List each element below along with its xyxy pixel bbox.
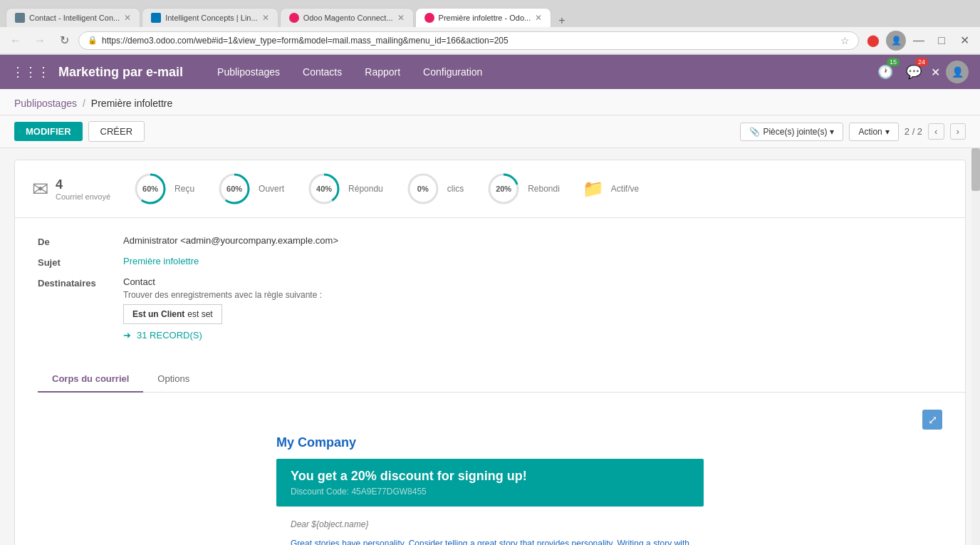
minimize-button[interactable]: — [909,31,929,51]
content-area: ✉ 4 Courriel envoyé 60% [0,148,980,545]
grid-icon[interactable]: ⋮⋮⋮ [11,64,50,80]
clics-label: clics [447,184,464,194]
tab-options[interactable]: Options [143,366,204,393]
main-content: ✉ 4 Courriel envoyé 60% [14,160,966,545]
form-row-sujet: Sujet Première infolettre [38,256,942,268]
repondu-label: Répondu [348,184,383,194]
preview-greeting: Dear ${object.name} [291,518,689,531]
preview-paragraph1: Great stories have personality. Consider… [291,537,689,545]
user-avatar[interactable]: 👤 [946,61,969,83]
tab-corps-courriel[interactable]: Corps du courriel [38,366,143,393]
archive-icon: 📁 [583,179,604,199]
preview-banner: You get a 20% discount for signing up! D… [276,459,704,507]
tab-title-1: Contact - Intelligent Con... [29,14,120,22]
pieces-jointes-button[interactable]: 📎 Pièce(s) jointe(s) ▾ [740,123,843,141]
destinataires-content: Contact Trouver des enregistrements avec… [123,276,942,341]
form-row-destinataires: Destinataires Contact Trouver des enregi… [38,276,942,341]
recu-percent: 60% [142,185,158,193]
arrow-icon: ➜ [123,330,131,341]
nav-contacts[interactable]: Contacts [291,55,353,89]
stat-recu: 60% Reçu [133,172,194,206]
address-bar[interactable]: 🔒 https://demo3.odoo.com/web#id=1&view_t… [78,31,859,50]
modifier-button[interactable]: MODIFIER [14,122,83,141]
nav-publipostages[interactable]: Publipostages [206,55,291,89]
browser-tab-3[interactable]: Odoo Magento Connect... ✕ [280,8,414,27]
tab-favicon-4 [424,13,434,23]
nav-rapport[interactable]: Rapport [353,55,412,89]
preview-company: My Company [276,435,704,450]
nav-configuration[interactable]: Configuration [412,55,494,89]
tab-close-2[interactable]: ✕ [262,13,269,23]
nav-icons: 🕐 15 💬 24 ✕ 👤 [874,61,969,83]
browser-actions: ⬤ 👤 — □ ✕ [863,31,974,51]
scrollbar[interactable] [971,148,980,545]
tabs-bar: Corps du courriel Options [38,366,965,393]
expand-button[interactable]: ⤢ [922,410,942,430]
action-chevron-icon: ▾ [885,127,890,137]
notifications-icon-badge[interactable]: 💬 24 [902,61,925,83]
ouvert-percent: 60% [226,185,242,193]
pieces-jointes-label: Pièce(s) jointe(s) [763,127,827,137]
records-count: 31 RECORD(S) [137,330,202,341]
rebondi-percent: 20% [496,185,511,193]
rule-bold-text: Est un Client [132,309,184,319]
tab-close-3[interactable]: ✕ [397,13,405,23]
toolbar-right: 2 / 2 ‹ › [905,123,966,140]
breadcrumb-section: Publipostages / Première infolettre [0,89,980,115]
tab-close-4[interactable]: ✕ [535,13,542,23]
sujet-label: Sujet [38,256,123,268]
action-button[interactable]: Action ▾ [849,123,898,141]
browser-chrome: Contact - Intelligent Con... ✕ Intellige… [0,0,980,55]
stat-rebondi: 20% Rebondi [486,172,560,206]
breadcrumb-parent[interactable]: Publipostages [14,98,77,109]
email-preview: ⤢ My Company You get a 20% discount for … [15,393,965,545]
browser-tab-2[interactable]: Intelligent Concepts | Lin... ✕ [142,8,278,27]
tab-close-1[interactable]: ✕ [124,13,131,23]
tab-title-3: Odoo Magento Connect... [303,14,393,22]
courriel-count: 4 [56,177,110,192]
pager-text: 2 / 2 [905,126,922,137]
back-button[interactable]: ← [6,31,26,51]
de-value: Administrator <admin@yourcompany.example… [123,235,942,246]
courriel-info: 4 Courriel envoyé [56,177,110,201]
rule-suffix-text: est set [187,309,212,319]
pager-prev-button[interactable]: ‹ [928,123,944,140]
new-tab-button[interactable]: + [553,14,570,27]
stat-actif: 📁 Actif/ve [583,179,639,199]
browser-tabs: Contact - Intelligent Con... ✕ Intellige… [0,0,980,27]
odoo-extension-button[interactable]: ⬤ [863,31,883,51]
ouvert-circle: 60% [217,172,251,206]
creer-button[interactable]: CRÉER [88,121,145,142]
stat-clics: 0% clics [406,172,464,206]
scrollbar-thumb[interactable] [971,148,980,191]
preview-body: Dear ${object.name} Great stories have p… [276,507,704,545]
pager-next-button[interactable]: › [950,123,966,140]
email-stat-icon-group: ✉ [32,177,48,201]
browser-tab-1[interactable]: Contact - Intelligent Con... ✕ [6,8,140,27]
de-label: De [38,235,123,247]
browser-controls: ← → ↻ 🔒 https://demo3.odoo.com/web#id=1&… [0,27,980,54]
trouver-text: Trouver des enregistrements avec la règl… [123,290,942,300]
stat-ouvert: 60% Ouvert [217,172,284,206]
nav-menu: Publipostages Contacts Rapport Configura… [206,55,494,89]
messages-icon-badge[interactable]: 🕐 15 [874,61,897,83]
close-browser-button[interactable]: ✕ [954,31,974,51]
top-nav: ⋮⋮⋮ Marketing par e-mail Publipostages C… [0,55,980,89]
records-link[interactable]: ➜ 31 RECORD(S) [123,330,942,341]
repondu-percent: 40% [316,185,332,193]
nav-x-icon[interactable]: ✕ [931,66,940,79]
refresh-button[interactable]: ↻ [54,31,74,51]
action-label: Action [858,127,882,137]
profile-button[interactable]: 👤 [886,31,906,51]
stat-repondu: 40% Répondu [307,172,383,206]
browser-tab-4[interactable]: Première infolettre - Odo... ✕ [415,8,552,27]
messages-count: 15 [887,58,900,66]
repondu-circle: 40% [307,172,341,206]
forward-button[interactable]: → [30,31,50,51]
toolbar-center: 📎 Pièce(s) jointe(s) ▾ Action ▾ [740,123,898,141]
courriel-label: Courriel envoyé [56,192,110,201]
form-section: De Administrator <admin@yourcompany.exam… [15,218,965,366]
clock-icon: 🕐 [877,64,893,80]
breadcrumb-separator: / [83,98,85,109]
maximize-button[interactable]: □ [932,31,952,51]
